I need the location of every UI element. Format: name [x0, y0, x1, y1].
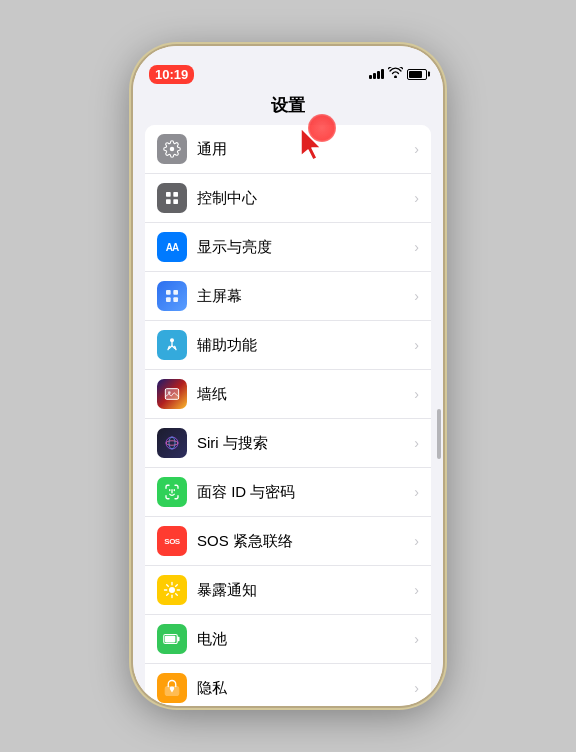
accessibility-chevron: › [414, 337, 419, 353]
display-icon: AA [157, 232, 187, 262]
settings-row-sos[interactable]: SOS SOS 紧急联络 › [145, 517, 431, 566]
svg-rect-5 [166, 290, 171, 295]
settings-row-privacy[interactable]: 隐私 › [145, 664, 431, 706]
svg-rect-7 [166, 297, 171, 302]
svg-rect-3 [166, 199, 171, 204]
settings-row-control[interactable]: 控制中心 › [145, 174, 431, 223]
battery-icon [157, 624, 187, 654]
exposure-chevron: › [414, 582, 419, 598]
general-chevron: › [414, 141, 419, 157]
display-label: 显示与亮度 [197, 238, 410, 257]
settings-row-general[interactable]: 通用 › [145, 125, 431, 174]
settings-list: 通用 › 控制中心 › AA [133, 125, 443, 706]
accessibility-icon [157, 330, 187, 360]
control-chevron: › [414, 190, 419, 206]
wallpaper-chevron: › [414, 386, 419, 402]
page-title: 设置 [133, 90, 443, 125]
siri-chevron: › [414, 435, 419, 451]
faceid-chevron: › [414, 484, 419, 500]
svg-rect-10 [165, 389, 178, 400]
svg-line-23 [176, 585, 178, 587]
settings-row-siri[interactable]: Siri 与搜索 › [145, 419, 431, 468]
settings-group-1: 通用 › 控制中心 › AA [145, 125, 431, 706]
privacy-chevron: › [414, 680, 419, 696]
svg-line-22 [176, 594, 178, 596]
svg-rect-6 [173, 290, 178, 295]
faceid-icon [157, 477, 187, 507]
svg-line-21 [167, 585, 169, 587]
homescreen-label: 主屏幕 [197, 287, 410, 306]
settings-row-battery[interactable]: 电池 › [145, 615, 431, 664]
svg-point-14 [166, 441, 178, 446]
sos-icon: SOS [157, 526, 187, 556]
status-icons [369, 67, 427, 81]
scroll-indicator[interactable] [437, 409, 441, 459]
svg-rect-1 [166, 192, 171, 197]
wifi-icon [388, 67, 403, 81]
battery-chevron: › [414, 631, 419, 647]
privacy-label: 隐私 [197, 679, 410, 698]
siri-label: Siri 与搜索 [197, 434, 410, 453]
settings-row-homescreen[interactable]: 主屏幕 › [145, 272, 431, 321]
sos-label: SOS 紧急联络 [197, 532, 410, 551]
settings-row-accessibility[interactable]: 辅助功能 › [145, 321, 431, 370]
exposure-icon [157, 575, 187, 605]
control-label: 控制中心 [197, 189, 410, 208]
privacy-icon [157, 673, 187, 703]
svg-rect-2 [173, 192, 178, 197]
svg-rect-26 [177, 637, 179, 642]
phone-frame: 10:19 [133, 46, 443, 706]
status-bar: 10:19 [133, 46, 443, 90]
svg-rect-4 [173, 199, 178, 204]
svg-line-24 [167, 594, 169, 596]
screen: 10:19 [133, 46, 443, 706]
status-time: 10:19 [149, 65, 194, 84]
svg-point-12 [166, 437, 178, 449]
display-chevron: › [414, 239, 419, 255]
svg-point-16 [169, 587, 175, 593]
wallpaper-label: 墙纸 [197, 385, 410, 404]
signal-icon [369, 69, 384, 79]
siri-icon [157, 428, 187, 458]
wallpaper-icon [157, 379, 187, 409]
general-icon [157, 134, 187, 164]
svg-point-13 [169, 437, 175, 449]
sos-chevron: › [414, 533, 419, 549]
battery-status-icon [407, 69, 427, 80]
exposure-label: 暴露通知 [197, 581, 410, 600]
control-icon [157, 183, 187, 213]
accessibility-label: 辅助功能 [197, 336, 410, 355]
general-label: 通用 [197, 140, 410, 159]
svg-rect-27 [165, 636, 176, 643]
settings-row-faceid[interactable]: 面容 ID 与密码 › [145, 468, 431, 517]
battery-label: 电池 [197, 630, 410, 649]
homescreen-chevron: › [414, 288, 419, 304]
homescreen-icon [157, 281, 187, 311]
settings-row-display[interactable]: AA 显示与亮度 › [145, 223, 431, 272]
svg-rect-8 [173, 297, 178, 302]
svg-point-11 [168, 391, 171, 394]
faceid-label: 面容 ID 与密码 [197, 483, 410, 502]
settings-row-wallpaper[interactable]: 墙纸 › [145, 370, 431, 419]
settings-row-exposure[interactable]: 暴露通知 › [145, 566, 431, 615]
